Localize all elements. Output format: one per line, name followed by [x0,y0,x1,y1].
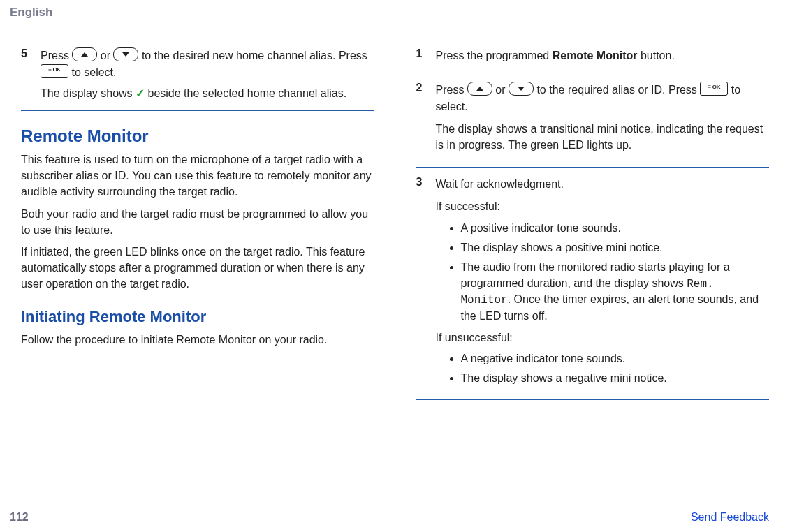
text: Press [41,50,72,61]
success-list: A positive indicator tone sounds. The di… [436,221,770,324]
list-item: A negative indicator tone sounds. [461,351,770,367]
ok-button-icon [700,82,728,96]
list-item: A positive indicator tone sounds. [461,221,770,236]
step-text: Press or to the desired new home channel… [41,47,374,102]
divider [416,167,770,168]
step-number: 2 [416,82,426,158]
step-2: 2 Press or to the required alias or ID. … [416,82,770,158]
fail-label: If unsuccessful: [436,330,770,346]
heading-initiating-remote-monitor: Initiating Remote Monitor [21,308,374,326]
text: Wait for acknowledgment. [436,176,770,193]
divider [416,73,770,73]
checkmark-icon: ✓ [136,87,145,99]
up-arrow-icon [72,47,97,61]
text: Press the programmed [436,50,553,61]
step-number: 1 [416,47,426,64]
list-item: The display shows a positive mini notice… [461,240,770,256]
text: beside the selected home channel alias. [148,87,347,99]
ok-button-icon [41,64,68,78]
left-column: 5 Press or to the desired new home chann… [21,20,374,408]
down-arrow-icon [113,47,138,61]
text: to select. [71,66,116,78]
header-language: English [0,0,790,20]
paragraph: Both your radio and the target radio mus… [21,206,374,238]
step-text: Wait for acknowledgment. If successful: … [436,176,770,391]
right-column: 1 Press the programmed Remote Monitor bu… [416,20,770,408]
step-5: 5 Press or to the desired new home chann… [21,47,374,102]
paragraph: Follow the procedure to initiate Remote … [21,332,374,348]
page-number: 112 [10,511,29,524]
page-body: 5 Press or to the desired new home chann… [0,20,790,408]
step-text: Press the programmed Remote Monitor butt… [436,47,675,64]
step-number: 3 [416,176,426,391]
text: Press [436,84,467,96]
step-text: Press or to the required alias or ID. Pr… [436,82,770,158]
list-item: The display shows a negative mini notice… [461,371,770,386]
fail-list: A negative indicator tone sounds. The di… [436,351,770,387]
paragraph: If initiated, the green LED blinks once … [21,244,374,293]
send-feedback-link[interactable]: Send Feedback [691,511,769,524]
down-arrow-icon [509,82,534,96]
up-arrow-icon [467,82,492,96]
text: or [495,84,509,96]
step-1: 1 Press the programmed Remote Monitor bu… [416,47,770,64]
heading-remote-monitor: Remote Monitor [21,126,374,146]
paragraph: The display shows a transitional mini no… [436,121,770,153]
footer: 112 Send Feedback [0,511,790,524]
divider [416,399,770,400]
paragraph: This feature is used to turn on the micr… [21,152,374,200]
step-number: 5 [21,47,31,102]
list-item: The audio from the monitored radio start… [461,260,770,324]
text: button. [637,50,674,61]
step-3: 3 Wait for acknowledgment. If successful… [416,176,770,391]
text: to the required alias or ID. Press [536,84,700,96]
success-label: If successful: [436,198,770,214]
text: The display shows [41,87,136,99]
text: to the desired new home channel alias. P… [142,50,367,61]
text: or [101,50,114,61]
bold-text: Remote Monitor [553,50,638,61]
divider [21,110,374,111]
